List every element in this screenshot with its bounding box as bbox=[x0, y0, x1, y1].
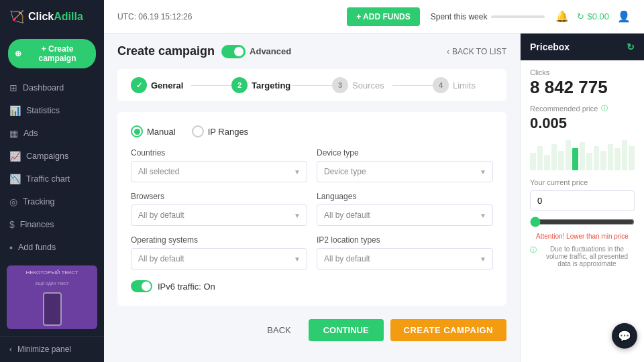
advanced-toggle-label: Advanced bbox=[250, 46, 291, 56]
info-circle-icon: ⓘ bbox=[601, 104, 608, 113]
step-divider-3 bbox=[392, 85, 433, 86]
chat-bubble-button[interactable]: 💬 bbox=[612, 323, 637, 349]
step-limits[interactable]: 4 Limits bbox=[433, 77, 493, 93]
tracking-icon: ◎ bbox=[9, 196, 17, 207]
account-balance: ↻ $0.00 bbox=[577, 11, 609, 21]
browsers-select[interactable]: All by default bbox=[131, 204, 307, 226]
pricebox-chart bbox=[530, 140, 635, 170]
chart-bar-14 bbox=[629, 146, 635, 170]
back-to-list-button[interactable]: ‹ BACK TO LIST bbox=[447, 47, 506, 56]
main-content: UTC: 06.19 15:12:26 + ADD FUNDS Spent th… bbox=[104, 0, 644, 362]
targeting-form: Manual IP Ranges Countries All selected bbox=[117, 112, 506, 306]
header: UTC: 06.19 15:12:26 + ADD FUNDS Spent th… bbox=[104, 0, 644, 34]
chart-bar-7 bbox=[580, 142, 586, 170]
plus-icon: ⊕ bbox=[15, 49, 21, 58]
step-targeting-circle: 2 bbox=[231, 77, 248, 93]
page-title: Create campaign Advanced bbox=[117, 44, 291, 58]
logo-text: ClickAdilla bbox=[28, 11, 83, 23]
sidebar-item-traffic-chart[interactable]: 📉 Traffic chart bbox=[0, 168, 104, 190]
device-type-select[interactable]: Device type bbox=[317, 161, 493, 182]
step-limits-circle: 4 bbox=[433, 77, 449, 93]
sidebar-item-campaigns[interactable]: 📈 Campaigns bbox=[0, 145, 104, 168]
sidebar-item-ads[interactable]: ▦ Ads bbox=[0, 122, 104, 145]
sidebar-nav: ⊞ Dashboard 📊 Statistics ▦ Ads 📈 Campaig… bbox=[0, 74, 104, 259]
chart-bar-12 bbox=[614, 148, 621, 170]
ipv6-label: IPv6 traffic: On bbox=[158, 282, 215, 292]
clicks-value: 8 842 775 bbox=[530, 78, 635, 97]
chart-bar-10 bbox=[600, 151, 606, 170]
os-select-wrapper: All by default ▼ bbox=[131, 248, 307, 269]
campaigns-icon: 📈 bbox=[9, 151, 21, 162]
step-general-circle: ✓ bbox=[131, 77, 147, 93]
info-icon: ⓘ bbox=[530, 245, 537, 255]
price-warning: Attention! Lower than min price bbox=[530, 233, 635, 240]
step-divider-2 bbox=[292, 85, 332, 86]
logo-icon: 🏹 bbox=[9, 9, 24, 24]
pricebox: Pricebox ↻ Clicks 8 842 775 Recommended … bbox=[520, 34, 644, 362]
sidebar-item-finances[interactable]: $ Finances bbox=[0, 213, 104, 236]
languages-select[interactable]: All by default bbox=[317, 204, 493, 226]
ip2-select[interactable]: All by default bbox=[317, 248, 493, 269]
refresh-icon[interactable]: ↻ bbox=[577, 11, 584, 21]
ads-icon: ▦ bbox=[9, 128, 18, 139]
os-select[interactable]: All by default bbox=[131, 248, 307, 269]
preview-content: НЕКОТОРЫЙ ТЕКСТ ещё один текст bbox=[7, 265, 97, 329]
ipv6-toggle-switch[interactable] bbox=[131, 280, 152, 292]
preview-title-text: НЕКОТОРЫЙ ТЕКСТ bbox=[25, 269, 78, 276]
create-campaign-submit-button[interactable]: CREATE CAMPAIGN bbox=[390, 319, 506, 341]
ip2-select-wrapper: All by default ▼ bbox=[317, 248, 493, 269]
preview-subtitle-text: ещё один текст bbox=[36, 281, 69, 286]
page-header: Create campaign Advanced ‹ BACK TO LIST bbox=[117, 44, 506, 58]
sidebar-item-add-funds[interactable]: ▪ Add funds bbox=[0, 236, 104, 259]
create-campaign-button[interactable]: ⊕ + Create campaign bbox=[8, 39, 96, 68]
sidebar-item-dashboard[interactable]: ⊞ Dashboard bbox=[0, 76, 104, 99]
continue-button[interactable]: CONTINUE bbox=[309, 319, 384, 341]
sidebar-item-statistics[interactable]: 📊 Statistics bbox=[0, 99, 104, 122]
field-operating-systems: Operating systems All by default ▼ bbox=[131, 235, 307, 269]
preview-phone-icon bbox=[43, 292, 62, 326]
dashboard-icon: ⊞ bbox=[9, 82, 17, 93]
steps-bar: ✓ General 2 Targeting 3 Sources 4 Limits bbox=[117, 69, 506, 101]
price-slider[interactable] bbox=[530, 217, 635, 227]
radio-ip-ranges[interactable]: IP Ranges bbox=[192, 125, 248, 137]
chart-bar-13 bbox=[622, 140, 628, 170]
bell-icon[interactable]: 🔔 bbox=[555, 10, 569, 23]
radio-manual[interactable]: Manual bbox=[131, 125, 176, 137]
field-ip2-label: IP2 location types bbox=[317, 235, 493, 245]
current-price-input[interactable] bbox=[530, 190, 635, 211]
targeting-mode-radio-group: Manual IP Ranges bbox=[131, 125, 493, 137]
countries-select[interactable]: All selected bbox=[131, 161, 307, 182]
step-sources[interactable]: 3 Sources bbox=[332, 77, 392, 93]
field-device-type: Device type Device type ▼ bbox=[317, 148, 493, 182]
pricebox-refresh-button[interactable]: ↻ bbox=[627, 42, 635, 52]
ipv6-toggle: IPv6 traffic: On bbox=[131, 280, 493, 292]
field-countries: Countries All selected ▼ bbox=[131, 148, 307, 182]
field-languages-label: Languages bbox=[317, 192, 493, 201]
chart-bar-8 bbox=[586, 153, 592, 170]
chart-bar-11 bbox=[608, 144, 614, 170]
step-divider-1 bbox=[191, 85, 231, 86]
step-limits-label: Limits bbox=[453, 80, 476, 90]
sidebar-item-tracking[interactable]: ◎ Tracking bbox=[0, 190, 104, 213]
add-funds-button[interactable]: + ADD FUNDS bbox=[347, 7, 420, 26]
back-button[interactable]: BACK bbox=[256, 320, 301, 341]
pricebox-info: ⓘ Due to fluctuations in the volume traf… bbox=[530, 245, 635, 267]
minimize-panel-button[interactable]: ‹ Minimize panel bbox=[0, 336, 104, 362]
user-icon[interactable]: 👤 bbox=[617, 10, 631, 23]
step-targeting[interactable]: 2 Targeting bbox=[231, 77, 292, 93]
step-targeting-label: Targeting bbox=[252, 80, 290, 90]
field-countries-label: Countries bbox=[131, 148, 307, 158]
current-price-label: Your current price bbox=[530, 178, 635, 186]
field-browsers-label: Browsers bbox=[131, 192, 307, 201]
targeting-fields-grid: Countries All selected ▼ Device type bbox=[131, 148, 493, 269]
advanced-toggle-switch[interactable] bbox=[221, 45, 246, 58]
step-sources-circle: 3 bbox=[332, 77, 348, 93]
step-general-label: General bbox=[151, 80, 183, 90]
step-sources-label: Sources bbox=[352, 80, 384, 90]
field-os-label: Operating systems bbox=[131, 235, 307, 245]
chevron-left-icon: ‹ bbox=[447, 47, 449, 56]
spent-this-week: Spent this week bbox=[431, 12, 545, 21]
header-icons: 🔔 ↻ $0.00 👤 bbox=[555, 10, 631, 23]
pricebox-title: Pricebox bbox=[530, 42, 570, 52]
field-browsers: Browsers All by default ▼ bbox=[131, 192, 307, 226]
